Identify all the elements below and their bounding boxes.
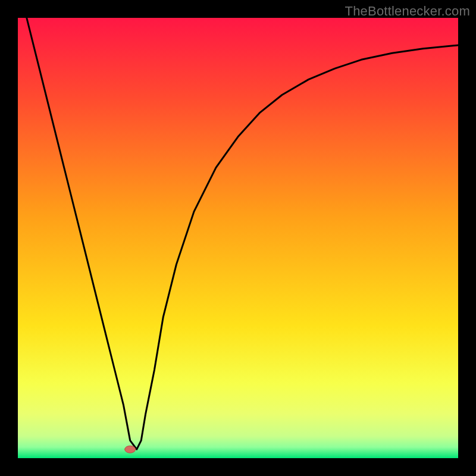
attribution-text: TheBottlenecker.com <box>345 4 470 19</box>
bottleneck-chart <box>18 18 458 458</box>
optimum-marker <box>125 446 136 453</box>
gradient-background <box>18 18 458 458</box>
plot-area <box>18 18 458 458</box>
chart-frame: TheBottlenecker.com <box>0 0 476 476</box>
